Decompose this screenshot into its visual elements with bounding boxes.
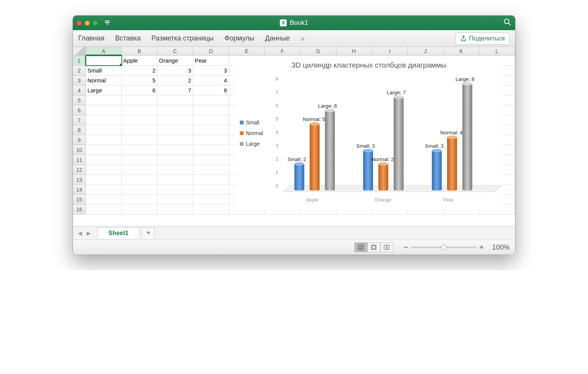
zoom-out-button[interactable]: −	[403, 242, 408, 252]
cell[interactable]	[157, 105, 193, 115]
cell[interactable]	[86, 105, 122, 115]
tab-home[interactable]: Главная	[78, 34, 105, 42]
cell[interactable]	[122, 125, 158, 135]
row-header[interactable]: 5	[73, 95, 86, 105]
sheet-nav-prev[interactable]: ◀	[77, 230, 83, 236]
column-header[interactable]: D	[193, 47, 229, 55]
close-window-button[interactable]	[77, 21, 82, 26]
cell[interactable]	[157, 185, 193, 195]
cell[interactable]	[193, 155, 229, 165]
cell[interactable]: Pear	[193, 56, 229, 66]
zoom-thumb[interactable]	[441, 245, 446, 250]
row-header[interactable]: 7	[73, 115, 86, 125]
cell[interactable]	[193, 165, 229, 175]
cell[interactable]: Large	[86, 85, 122, 95]
tab-insert[interactable]: Вставка	[115, 34, 141, 42]
cell[interactable]	[157, 175, 193, 185]
cell[interactable]	[122, 155, 158, 165]
row-header[interactable]: 11	[73, 155, 86, 165]
cell[interactable]: Apple	[122, 56, 158, 66]
cell[interactable]	[193, 105, 229, 115]
cell[interactable]	[122, 145, 158, 155]
cell[interactable]: 4	[193, 76, 229, 85]
cell[interactable]	[193, 145, 229, 155]
cell[interactable]	[86, 155, 122, 165]
tab-formulas[interactable]: Формулы	[225, 34, 254, 42]
column-header[interactable]: C	[157, 47, 193, 55]
cell[interactable]	[193, 95, 229, 105]
minimize-window-button[interactable]	[85, 21, 90, 26]
cell[interactable]	[157, 205, 193, 214]
cell[interactable]: 6	[122, 85, 158, 95]
cell[interactable]	[157, 165, 193, 175]
cell[interactable]	[122, 205, 158, 214]
cell[interactable]	[86, 195, 122, 205]
cell[interactable]	[86, 95, 122, 105]
row-header[interactable]: 15	[73, 195, 86, 205]
row-header[interactable]: 8	[73, 125, 86, 135]
cell[interactable]: Orange	[157, 56, 193, 66]
select-all-corner[interactable]	[73, 47, 86, 55]
cell[interactable]	[157, 125, 193, 135]
maximize-window-button[interactable]	[93, 21, 98, 26]
cell[interactable]	[122, 115, 158, 125]
column-header[interactable]: I	[372, 47, 408, 55]
view-normal-button[interactable]	[354, 242, 367, 252]
search-button[interactable]	[504, 18, 511, 27]
cell[interactable]	[157, 135, 193, 145]
quick-access-toolbar[interactable]	[105, 20, 110, 26]
cell[interactable]: 8	[193, 85, 229, 95]
column-header[interactable]: B	[122, 47, 158, 55]
cell[interactable]	[86, 185, 122, 195]
column-header[interactable]: L	[479, 47, 515, 55]
spreadsheet-grid[interactable]: ABCDEFGHIJKL 1AppleOrangePear2Small2333N…	[73, 47, 515, 226]
cell[interactable]	[122, 175, 158, 185]
tab-page-layout[interactable]: Разметка страницы	[151, 34, 213, 42]
cell[interactable]	[86, 115, 122, 125]
more-tabs-button[interactable]: »	[300, 34, 305, 43]
cell[interactable]	[86, 145, 122, 155]
cell[interactable]: Small	[86, 66, 122, 76]
cell[interactable]	[157, 115, 193, 125]
cell[interactable]	[122, 95, 158, 105]
cell[interactable]	[193, 185, 229, 195]
cell[interactable]	[157, 145, 193, 155]
embedded-chart[interactable]: 3D цилиндр кластерных столбцов диаграммы…	[235, 56, 502, 209]
cell[interactable]	[122, 195, 158, 205]
view-page-layout-button[interactable]	[367, 242, 380, 252]
row-header[interactable]: 3	[73, 76, 86, 85]
row-header[interactable]: 4	[73, 85, 86, 95]
row-header[interactable]: 16	[73, 205, 86, 214]
row-header[interactable]: 2	[73, 66, 86, 76]
cell[interactable]	[86, 56, 122, 66]
add-sheet-button[interactable]: +	[142, 227, 155, 239]
row-header[interactable]: 6	[73, 105, 86, 115]
column-header[interactable]: E	[229, 47, 265, 55]
sheet-tab-active[interactable]: Sheet1	[97, 227, 139, 239]
cell[interactable]	[193, 195, 229, 205]
cell[interactable]	[122, 105, 158, 115]
row-header[interactable]: 1	[73, 56, 86, 66]
cell[interactable]	[193, 115, 229, 125]
cell[interactable]	[193, 175, 229, 185]
zoom-percent[interactable]: 100%	[492, 243, 510, 251]
cell[interactable]	[157, 155, 193, 165]
cell[interactable]	[193, 125, 229, 135]
column-header[interactable]: G	[300, 47, 336, 55]
cell[interactable]	[86, 175, 122, 185]
row-header[interactable]: 12	[73, 165, 86, 175]
zoom-track[interactable]	[411, 247, 476, 248]
cell[interactable]: 3	[157, 66, 193, 76]
column-header[interactable]: J	[408, 47, 444, 55]
row-header[interactable]: 9	[73, 135, 86, 145]
cell[interactable]: 5	[122, 76, 158, 85]
view-page-break-button[interactable]	[380, 242, 393, 252]
row-header[interactable]: 14	[73, 185, 86, 195]
cell[interactable]	[193, 135, 229, 145]
cell[interactable]	[86, 125, 122, 135]
cell[interactable]: 2	[157, 76, 193, 85]
column-header[interactable]: H	[336, 47, 372, 55]
column-header[interactable]: K	[444, 47, 480, 55]
cell[interactable]: 2	[122, 66, 158, 76]
cell[interactable]	[122, 165, 158, 175]
